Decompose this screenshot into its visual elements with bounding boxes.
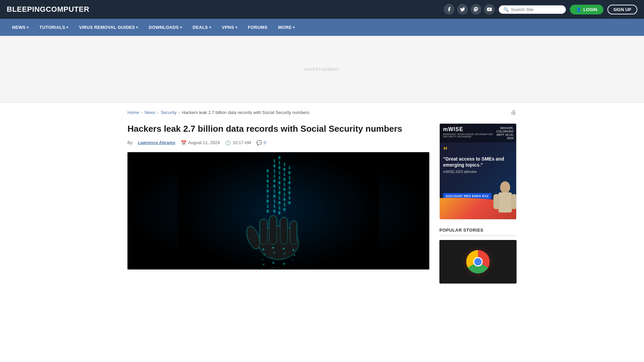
nav-item-more[interactable]: MORE ▾ (273, 19, 300, 36)
main-wrapper: Home › News › Security › Hackers leak 2.… (121, 103, 523, 287)
print-icon[interactable]: 🖨 (511, 109, 517, 116)
logo-regular: BLEEPING (7, 5, 46, 13)
article-time: 10:17 AM (232, 140, 251, 145)
nav-news-label: NEWS (12, 25, 25, 30)
article: Hackers leak 2.7 billion data records wi… (127, 123, 429, 284)
ad-headline: "Great access to SMEs and emerging topic… (443, 156, 514, 168)
article-comment-count[interactable]: 0 (264, 140, 266, 145)
svg-rect-4 (269, 216, 277, 244)
svg-point-69 (282, 258, 283, 259)
site-header: BLEEPINGCOMPUTER 🔍 👤 LOGIN SIGN UP (0, 0, 644, 19)
chevron-down-icon: ▾ (66, 25, 68, 29)
article-meta: By Lawrence Abrams 📅 August 11, 2024 🕐 1… (127, 140, 429, 145)
svg-text:1: 1 (278, 186, 280, 190)
breadcrumb-security[interactable]: Security (161, 110, 176, 115)
svg-text:1: 1 (288, 166, 290, 170)
ad-dates: SEPT 18-19, 2024 (493, 133, 514, 140)
svg-text:0: 0 (267, 169, 269, 173)
content-layout: Hackers leak 2.7 billion data records wi… (127, 120, 517, 287)
nav-vpns-label: VPNS (222, 25, 234, 30)
signup-button[interactable]: SIGN UP (607, 5, 637, 14)
social-icons (444, 4, 495, 15)
popular-story-image[interactable] (439, 240, 517, 284)
svg-text:1: 1 (273, 169, 275, 173)
svg-text:0: 0 (273, 179, 275, 183)
article-comments-item: 💬 0 (256, 140, 266, 145)
breadcrumb-home[interactable]: Home (127, 110, 139, 115)
nav-deals-label: DEALS (193, 25, 208, 30)
facebook-icon[interactable] (444, 4, 454, 15)
article-author[interactable]: Lawrence Abrams (138, 140, 175, 145)
svg-text:0: 0 (288, 181, 290, 185)
svg-text:0: 0 (278, 191, 280, 195)
site-logo[interactable]: BLEEPINGCOMPUTER (7, 5, 89, 14)
nav-tutorials-label: TUTORIALS (40, 25, 65, 30)
ad-quote-mark: " (443, 146, 514, 155)
svg-rect-3 (260, 219, 267, 244)
ad-content: mWISE MANDIANT WORLDWIDE INFORMATION SEC… (440, 124, 517, 219)
nav-item-vpns[interactable]: VPNS ▾ (216, 19, 243, 36)
svg-text:1: 1 (267, 184, 269, 188)
breadcrumb-news[interactable]: News (145, 110, 156, 115)
svg-text:1: 1 (288, 196, 290, 200)
svg-point-63 (274, 252, 275, 253)
svg-text:1: 1 (267, 194, 269, 198)
nav-item-news[interactable]: NEWS ▾ (7, 19, 34, 36)
svg-point-74 (500, 181, 510, 193)
search-bar[interactable]: 🔍 (499, 5, 566, 14)
sidebar: mWISE MANDIANT WORLDWIDE INFORMATION SEC… (439, 123, 517, 284)
nav-virus-label: VIRUS REMOVAL GUIDES (79, 25, 135, 30)
svg-text:1: 1 (278, 196, 280, 200)
article-date: August 11, 2024 (188, 140, 220, 145)
svg-text:0: 0 (273, 164, 275, 168)
svg-text:0: 0 (273, 209, 275, 213)
nav-item-forums[interactable]: FORUMS (243, 19, 273, 36)
svg-text:1: 1 (273, 199, 275, 203)
svg-rect-77 (511, 194, 517, 209)
twitter-icon[interactable] (457, 4, 468, 15)
popular-stories-heading: POPULAR STORIES (439, 228, 517, 236)
youtube-icon[interactable] (484, 4, 495, 15)
svg-point-73 (292, 260, 293, 260)
svg-point-60 (262, 259, 263, 260)
nav-item-deals[interactable]: DEALS ▾ (187, 19, 216, 36)
svg-text:1: 1 (273, 159, 275, 163)
ad-person-silhouette (487, 179, 517, 219)
svg-point-59 (264, 254, 265, 255)
sidebar-advertisement[interactable]: mWISE MANDIANT WORLDWIDE INFORMATION SEC… (439, 123, 517, 220)
svg-rect-5 (280, 218, 287, 244)
svg-point-67 (283, 248, 284, 249)
search-input[interactable] (511, 7, 561, 12)
chrome-icon (466, 250, 490, 274)
login-button[interactable]: 👤 LOGIN (570, 5, 603, 14)
chevron-down-icon: ▾ (235, 25, 237, 29)
calendar-icon: 📅 (181, 140, 186, 145)
chevron-down-icon: ▾ (209, 25, 211, 29)
header-right: 🔍 👤 LOGIN SIGN UP (444, 4, 637, 15)
chevron-down-icon: ▾ (180, 25, 182, 29)
clock-icon: 🕐 (225, 140, 231, 145)
svg-text:0: 0 (288, 171, 290, 175)
nav-more-label: MORE (278, 25, 291, 30)
svg-text:1: 1 (283, 173, 285, 176)
nav-forums-label: FORUMS (248, 25, 267, 30)
nav-item-virus[interactable]: VIRUS REMOVAL GUIDES ▾ (74, 19, 144, 36)
svg-text:0: 0 (283, 198, 285, 201)
svg-text:0: 0 (273, 184, 275, 188)
svg-text:0: 0 (283, 188, 285, 191)
article-by: By (127, 140, 132, 145)
ad-logo-area: mWISE MANDIANT WORLDWIDE INFORMATION SEC… (443, 126, 493, 138)
mastodon-icon[interactable] (471, 4, 481, 15)
svg-text:0: 0 (283, 178, 285, 181)
logo-bold: COMPUTER (46, 5, 89, 13)
nav-item-tutorials[interactable]: TUTORIALS ▾ (34, 19, 74, 36)
svg-rect-76 (493, 194, 499, 209)
svg-text:1: 1 (278, 171, 280, 175)
svg-text:1: 1 (273, 189, 275, 193)
svg-rect-6 (290, 221, 297, 244)
svg-text:1: 1 (283, 163, 285, 166)
comment-icon: 💬 (256, 140, 262, 145)
svg-text:0: 0 (278, 156, 280, 160)
nav-item-downloads[interactable]: DOWNLOADS ▾ (144, 19, 187, 36)
chevron-down-icon: ▾ (293, 25, 294, 29)
